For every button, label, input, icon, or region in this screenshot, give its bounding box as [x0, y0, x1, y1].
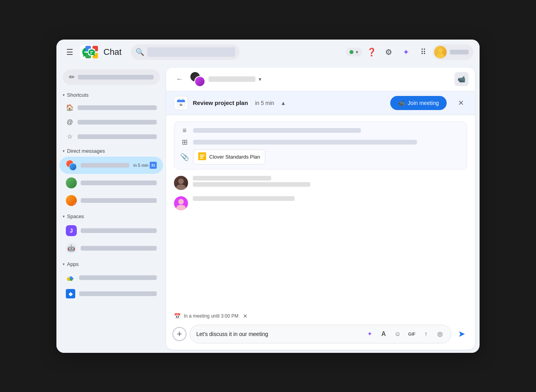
svg-text:31: 31	[179, 103, 183, 106]
menu-icon[interactable]: ☰	[63, 45, 77, 59]
back-button[interactable]: ←	[172, 72, 187, 86]
detail-text-icon: ≡	[181, 126, 188, 135]
message-input-box[interactable]: Let's discuss it in our meeting ✦ A ☺ GI…	[190, 325, 451, 343]
dm-item-2[interactable]	[60, 174, 163, 191]
meeting-expand-icon[interactable]: ▲	[281, 100, 286, 106]
message-content-2	[193, 196, 295, 201]
spaces-item-j[interactable]: J	[60, 222, 163, 239]
chat-dropdown-icon[interactable]: ▾	[259, 76, 261, 82]
status-dot	[349, 50, 353, 54]
svg-point-22	[176, 184, 186, 190]
dm-badge-text: in 5 min	[133, 163, 148, 168]
dm-label-2	[81, 181, 157, 185]
emoji-button[interactable]: ☺	[391, 328, 404, 340]
sparkle-button[interactable]: ✦	[363, 328, 376, 340]
detail-text-placeholder	[193, 128, 361, 133]
input-text[interactable]: Let's discuss it in our meeting	[196, 331, 360, 337]
shortcuts-section: ▾ Shortcuts 🏠 @ ☆	[56, 90, 166, 144]
new-chat-label	[78, 75, 154, 79]
search-input-placeholder	[147, 47, 235, 57]
settings-button[interactable]: ⚙	[381, 44, 397, 60]
video-icon: 📹	[458, 76, 465, 83]
shortcuts-header[interactable]: ▾ Shortcuts	[56, 90, 166, 100]
dm-item-3[interactable]	[60, 192, 163, 209]
spaces-header[interactable]: ▾ Spaces	[56, 211, 166, 222]
input-actions: ✦ A ☺ GIF ↑	[363, 328, 446, 340]
dm-active-label	[81, 163, 129, 168]
svg-point-10	[436, 53, 444, 58]
shortcuts-label: Shortcuts	[67, 92, 89, 98]
apps-button[interactable]: ⠿	[415, 44, 431, 60]
sidebar: ✏ ▾ Shortcuts 🏠 @ ☆	[56, 65, 166, 353]
join-meeting-button[interactable]: 📹 Join meeting	[390, 96, 447, 110]
video-call-button[interactable]: 📹	[455, 72, 469, 86]
format-button[interactable]: A	[377, 328, 390, 340]
join-video-icon: 📹	[398, 100, 405, 106]
msg-line-1b	[193, 182, 310, 187]
meeting-banner: 31 Review project plan in 5 min ▲ 📹 Join…	[166, 91, 475, 115]
gemini-icon: ✦	[403, 47, 409, 57]
search-icon: 🔍	[136, 48, 144, 56]
attachment-file[interactable]: Clover Standards Plan	[193, 150, 265, 164]
apps-section: ▾ Apps ◆	[56, 259, 166, 302]
msg-line-2a	[193, 196, 295, 201]
main-content: ← ▾ 📹	[166, 68, 475, 350]
svg-rect-13	[177, 101, 185, 102]
message-row-1	[174, 176, 467, 190]
mentions-icon: @	[66, 118, 74, 126]
add-button[interactable]: +	[172, 327, 187, 341]
sidebar-item-mentions[interactable]: @	[60, 115, 163, 129]
apps-header[interactable]: ▾ Apps	[56, 259, 166, 269]
sidebar-item-starred[interactable]: ☆	[60, 130, 163, 144]
spaces-label: Spaces	[67, 213, 84, 219]
file-type-icon	[198, 152, 206, 162]
direct-messages-section: ▾ Direct messages in 5 min 31	[56, 146, 166, 210]
drive-label	[79, 275, 157, 280]
close-banner-button[interactable]: ✕	[455, 97, 467, 109]
svg-point-9	[438, 48, 443, 53]
status-close-button[interactable]: ✕	[243, 313, 248, 319]
detail-location-placeholder	[193, 140, 417, 145]
diamond-label	[79, 291, 157, 296]
sparkle-icon: ✦	[367, 330, 372, 338]
status-chip[interactable]: ▾	[346, 48, 362, 56]
send-button[interactable]: ➤	[455, 327, 469, 341]
status-calendar-icon: 📅	[174, 313, 181, 319]
spaces-item-robot[interactable]: 🤖	[60, 240, 163, 257]
new-chat-button[interactable]: ✏	[63, 69, 160, 85]
shortcuts-arrow: ▾	[63, 93, 65, 97]
search-bar[interactable]: 🔍	[131, 44, 240, 60]
status-text: In a meeting until 3:00 PM	[184, 313, 238, 319]
msg-line-1a	[193, 176, 271, 181]
sidebar-item-home[interactable]: 🏠	[60, 101, 163, 115]
dm-avatar-2	[66, 177, 77, 188]
detail-row-1: ≡	[181, 126, 460, 135]
attachment-row: 📎 Clover Standards Plan	[181, 150, 460, 164]
starred-label	[78, 134, 157, 139]
apps-item-drive[interactable]	[60, 270, 163, 285]
detail-location-icon: ⊞	[181, 138, 188, 146]
svg-rect-19	[200, 156, 204, 157]
header: ☰ Chat 🔍	[56, 40, 480, 65]
gemini-button[interactable]: ✦	[398, 44, 414, 60]
user-chip[interactable]	[433, 44, 473, 60]
upload-icon: ↑	[424, 331, 427, 338]
dm-label: Direct messages	[67, 148, 105, 154]
svg-point-21	[178, 179, 184, 184]
gif-button[interactable]: GIF	[406, 328, 418, 340]
app-logo-color	[85, 45, 99, 59]
record-button[interactable]: ◎	[434, 328, 446, 340]
message-row-2	[174, 196, 467, 210]
dm-header[interactable]: ▾ Direct messages	[56, 146, 166, 156]
dm-avatar-3	[66, 195, 77, 206]
detail-row-2: ⊞	[181, 138, 460, 146]
settings-icon: ⚙	[385, 47, 392, 57]
svg-rect-18	[200, 155, 205, 155]
new-chat-icon: ✏	[69, 73, 75, 81]
help-icon: ❓	[367, 47, 377, 57]
upload-button[interactable]: ↑	[420, 328, 432, 340]
dm-item-active[interactable]: in 5 min 31	[60, 157, 163, 174]
help-button[interactable]: ❓	[364, 44, 379, 60]
apps-item-diamond[interactable]: ◆	[60, 286, 163, 302]
meeting-title: Review project plan	[193, 99, 248, 106]
